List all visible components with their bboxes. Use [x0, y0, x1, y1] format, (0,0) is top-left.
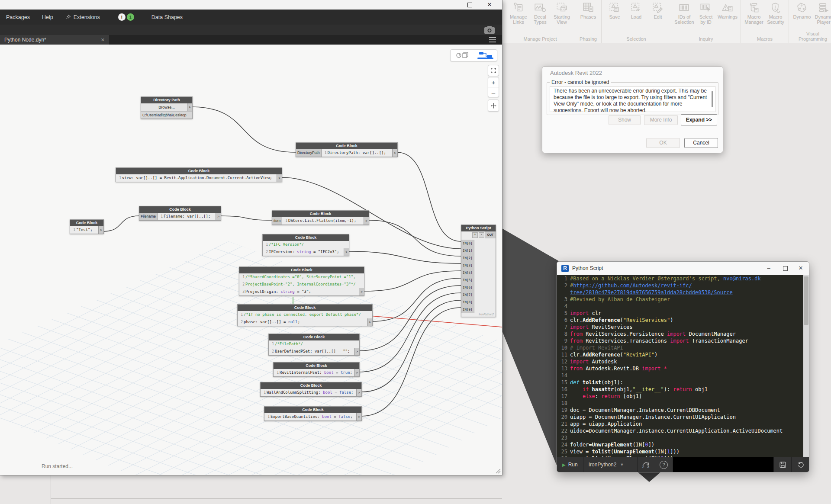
zoom-in-button[interactable]: +	[488, 77, 499, 87]
ok-button[interactable]: OK	[646, 138, 680, 148]
zoom-fit-button[interactable]	[488, 65, 499, 76]
output-port[interactable]: >	[364, 217, 369, 225]
output-port[interactable]: >	[354, 369, 359, 376]
output-port[interactable]: >	[359, 288, 364, 295]
menu-item-packages[interactable]: Packages	[0, 10, 36, 25]
maximize-icon[interactable]	[778, 262, 792, 275]
camera-icon[interactable]	[484, 26, 495, 34]
revert-button[interactable]	[792, 457, 809, 472]
output-port[interactable]: >	[344, 248, 349, 256]
alert-badge[interactable]: !	[118, 13, 126, 21]
output-port[interactable]: >	[98, 226, 103, 234]
ribbon-button-edit[interactable]: Edit	[647, 1, 668, 19]
save-icon	[779, 461, 786, 469]
input-port-directorypath[interactable]: DirectoryPath	[296, 149, 322, 157]
tab-close-icon[interactable]: ✕	[101, 35, 105, 45]
output-port[interactable]: >	[187, 103, 192, 111]
menu-item-extensions[interactable]: Extensions	[59, 10, 106, 25]
input-port-in-3[interactable]: IN[3]	[461, 260, 496, 268]
code-editor[interactable]: 1#Based on a Nicklas Verdier Østergaard'…	[557, 275, 809, 457]
resize-grip[interactable]	[496, 469, 501, 474]
geometry-view-button[interactable]	[451, 51, 473, 59]
input-port-in-9[interactable]: IN[9]	[461, 305, 496, 312]
maximize-icon[interactable]	[463, 0, 476, 10]
save-button[interactable]	[774, 457, 791, 472]
output-port[interactable]: >	[392, 149, 397, 157]
run-button[interactable]: ▶ Run	[557, 457, 583, 472]
menu-item-help[interactable]: Help	[36, 10, 59, 25]
input-port-in-7[interactable]: IN[7]	[461, 290, 496, 297]
node-cb-directorypath[interactable]: Code BlockDirectoryPath1DirectoryPath: v…	[296, 142, 398, 157]
add-input-button[interactable]: +	[472, 232, 478, 238]
ribbon-button-dynamo[interactable]: Dynamo	[792, 1, 812, 25]
input-port-item[interactable]: item	[272, 217, 282, 225]
ribbon-button-select-by-id[interactable]: Select by ID	[696, 1, 716, 25]
dynamo-canvas[interactable]: Directory PathBrowse...>C:\Users\aditgbh…	[0, 45, 502, 475]
cancel-button[interactable]: Cancel	[684, 138, 718, 148]
node-cb-view[interactable]: Code Block1view: var[]..[] = Revit.Appli…	[116, 167, 282, 182]
sel-load-icon	[630, 1, 643, 14]
node-cb-projectorigin[interactable]: Code Block1/*SharedCoordinates ="0", Sit…	[239, 266, 364, 296]
migration-assistant-button[interactable]: 2 3	[638, 457, 655, 472]
input-port-in-8[interactable]: IN[8]	[461, 297, 496, 305]
scrollbar-thumb[interactable]	[804, 276, 808, 325]
node-cb-exportbasequantities[interactable]: Code Block1ExportBaseQuantities: bool = …	[264, 406, 362, 421]
output-port[interactable]: >	[216, 213, 221, 220]
count-badge[interactable]: 1	[127, 13, 134, 21]
remove-input-button[interactable]: -	[479, 232, 484, 238]
node-directory-path[interactable]: Directory PathBrowse...>C:\Users\aditgbh…	[141, 96, 193, 119]
editor-scrollbar[interactable]	[803, 275, 809, 457]
input-port-in-2[interactable]: IN[2]	[461, 253, 496, 260]
show-button[interactable]: Show	[609, 115, 641, 125]
ribbon-button-decal-types[interactable]: Decal Types	[530, 1, 551, 25]
graph-layer	[0, 45, 502, 475]
ribbon-button-manage-links[interactable]: Manage Links	[508, 1, 529, 25]
input-port-filename[interactable]: Filename	[139, 213, 158, 220]
more-info-button[interactable]: More Info	[644, 115, 678, 125]
minimize-icon[interactable]: –	[761, 262, 776, 275]
output-port[interactable]: >	[354, 348, 359, 355]
zoom-out-button[interactable]: –	[488, 87, 499, 97]
close-icon[interactable]: ✕	[483, 0, 496, 10]
node-cb-flatten[interactable]: Code Blockitem1DSCore.List.Flatten(item,…	[272, 210, 369, 225]
node-cb-revitinternalpset[interactable]: Code Block1RevitInternalPset: bool = tru…	[273, 362, 360, 377]
node-cb-userdefinedpset[interactable]: Code Block1/*FilePath*/2UserDefinedPSet:…	[268, 334, 360, 356]
output-port[interactable]: >	[356, 413, 361, 421]
ribbon-button-dynamo-player[interactable]: Dynamo Player	[813, 1, 831, 25]
help-button[interactable]: ?	[655, 457, 673, 472]
node-cb-filename[interactable]: Code BlockFilename1Filename: var[]..[];>	[139, 206, 221, 221]
ribbon-button-load[interactable]: Load	[626, 1, 647, 19]
menu-icon[interactable]	[489, 37, 496, 42]
node-cb-test[interactable]: Code Block1"Test"; >	[70, 219, 104, 234]
input-port-in-4[interactable]: IN[4]	[461, 268, 496, 275]
minimize-icon[interactable]: –	[444, 0, 457, 10]
close-icon[interactable]: ✕	[793, 262, 808, 275]
input-port-in-6[interactable]: IN[6]	[461, 282, 496, 290]
node-cb-phase[interactable]: Code Block1/*If no phase is connected, e…	[237, 304, 373, 326]
tab-python-node[interactable]: Python Node.dyn* ✕	[0, 35, 109, 45]
ribbon-button-warnings[interactable]: Warnings	[717, 1, 738, 25]
ribbon-button-macro-security[interactable]: Macro Security	[765, 1, 786, 25]
engine-dropdown[interactable]: IronPython2 ▼	[583, 457, 637, 472]
input-port-in-1[interactable]: IN[1]	[461, 246, 496, 253]
output-port[interactable]: >	[356, 389, 361, 396]
ribbon-button-starting-view[interactable]: Starting View	[551, 1, 572, 25]
pan-button[interactable]	[488, 100, 499, 112]
output-port-out[interactable]: OUT	[485, 231, 496, 238]
browse-button[interactable]: Browse...>	[141, 103, 192, 111]
output-port[interactable]: >	[277, 174, 282, 182]
ribbon-button-phases[interactable]: Phases	[578, 1, 599, 19]
node-cb-wallandcolumnsplitting[interactable]: Code Block1WallAndColumnSplitting: bool …	[260, 382, 362, 397]
node-python-script-node[interactable]: Python Script+-OUTIN[0]IN[1]IN[2]IN[3]IN…	[461, 225, 496, 317]
ribbon-button-macro-manager[interactable]: Macro Manager	[744, 1, 764, 25]
ribbon-button-save[interactable]: Save	[604, 1, 625, 19]
output-port[interactable]: >	[367, 318, 372, 326]
input-port-in-0[interactable]: IN[0]	[461, 238, 496, 246]
graph-view-button[interactable]	[474, 51, 497, 60]
node-cb-ifcversion[interactable]: Code Block1/*IFC Version*/2IFCversion: s…	[262, 234, 349, 256]
dialog-scrollbar[interactable]	[712, 91, 713, 107]
ribbon-button-ids-of-selection[interactable]: IDs of Selection	[674, 1, 695, 25]
expand-button[interactable]: Expand >>	[681, 114, 717, 125]
menu-item-data-shapes[interactable]: Data Shapes	[145, 10, 189, 25]
input-port-in-5[interactable]: IN[5]	[461, 275, 496, 282]
